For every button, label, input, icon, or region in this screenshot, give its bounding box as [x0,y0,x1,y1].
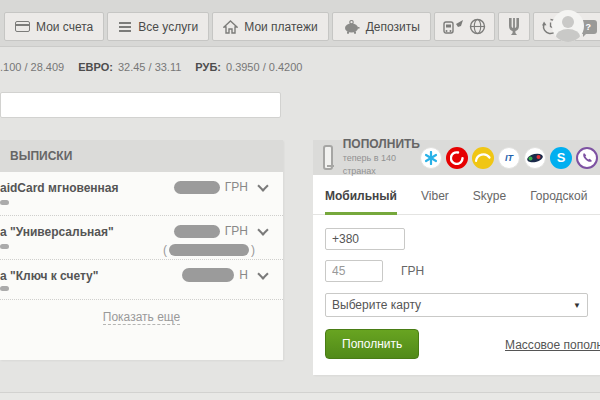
chevron-down-icon[interactable] [257,268,268,279]
operator-logos: IT S [420,147,598,169]
card-list: aidCard мгновенная ГРН а "Универсальная"… [0,172,283,324]
currency-label: Н [239,268,248,282]
tab-cityphone[interactable]: Городской [530,189,587,214]
statements-panel: ВЫПИСКИ aidCard мгновенная ГРН а "Универ… [0,140,283,360]
chevron-down-icon[interactable] [257,224,268,235]
top-navigation-bar: Мои счета Все услуги Мои платежи Депозит… [0,0,600,47]
menu-icon [118,21,132,33]
tab-deposits[interactable]: Депозиты [332,12,431,41]
avatar-head [562,16,574,28]
redacted-balance [174,181,220,194]
topup-panel: ПОПОЛНИТЬ теперь в 140 странах IT S [313,140,600,375]
mobile-phone-icon [323,145,333,170]
currency-rates-bar: .100 / 28.409ЕВРО:32.45 / 33.11РУБ:0.395… [0,61,302,73]
tab-my-payments[interactable]: Мои платежи [212,12,328,41]
card-select[interactable]: Выберите карту ▼ [325,293,588,317]
card-name: aidCard мгновенная [0,180,174,195]
amount-currency-label: ГРН [401,264,424,278]
redacted-card-number [0,286,9,291]
redacted-balance [182,268,234,282]
select-arrow-icon: ▼ [573,301,581,310]
topup-panel-header: ПОПОЛНИТЬ теперь в 140 странах IT S [313,140,600,175]
eur-rates: 32.45 / 33.11 [118,61,181,73]
travel-tickets-icon [443,18,465,36]
tab-label: Мои счета [36,20,93,34]
home-icon [223,20,238,34]
currency-label: ГРН [225,180,248,194]
tab-label: Все услуги [138,20,198,34]
phone-number-input[interactable] [325,228,405,250]
redacted-balance [174,225,220,238]
search-input[interactable] [0,92,281,118]
card-name: а "Универсальная" [0,224,174,239]
statements-title: ВЫПИСКИ [10,149,72,163]
footer-edge [0,392,600,400]
show-more-link[interactable]: Показать еще [103,310,180,325]
tab-label: Депозиты [366,20,420,34]
card-select-value: Выберите карту [332,298,421,312]
intertelecom-logo: IT [498,147,520,169]
user-avatar[interactable] [552,10,584,42]
redacted-card-number [0,244,9,249]
topup-submit-button[interactable]: Пополнить [325,329,419,359]
tab-mobile[interactable]: Мобильный [325,189,397,215]
travel-tickets-button[interactable] [434,12,495,41]
tab-my-accounts[interactable]: Мои счета [4,12,104,41]
bulk-topup-link[interactable]: Массовое пополнение [505,338,600,352]
card-row[interactable]: а "Универсальная" ГРН () [0,216,283,260]
lifecell-logo [472,147,494,169]
tab-label: Мои платежи [244,20,317,34]
card-row[interactable]: а "Ключ к счету" Н [0,260,283,300]
tab-viber[interactable]: Viber [421,189,449,214]
redacted-secondary-balance: () [163,243,255,257]
vodafone-logo [446,147,468,169]
usd-rates: .100 / 28.409 [0,61,64,73]
topup-tabs: Мобильный Viber Skype Городской [313,175,600,215]
topup-subtitle: теперь в 140 странах [343,153,396,176]
card-row[interactable]: aidCard мгновенная ГРН [0,172,283,216]
tab-all-services[interactable]: Все услуги [107,12,209,41]
rub-label: РУБ: [195,61,221,73]
globe-icon [469,18,486,35]
rub-rates: 0.3950 / 0.4200 [226,61,302,73]
amount-input[interactable] [325,260,383,282]
trimob-logo [524,147,546,169]
trident-icon [507,17,521,36]
skype-logo: S [550,147,572,169]
nav-tabs: Мои счета Все услуги Мои платежи Депозит… [4,12,600,41]
tab-skype[interactable]: Skype [473,189,506,214]
chevron-down-icon[interactable] [257,180,268,191]
viber-logo [576,147,598,169]
card-icon [15,21,30,32]
state-services-button[interactable] [498,12,530,41]
redacted-card-number [0,200,9,205]
currency-label: ГРН [225,224,248,238]
card-name: а "Ключ к счету" [0,268,182,283]
statements-panel-header: ВЫПИСКИ [0,140,283,172]
topup-title: ПОПОЛНИТЬ [343,137,420,151]
piggy-bank-icon [343,20,360,34]
kyivstar-logo [420,147,442,169]
show-more-row: Показать еще [0,310,283,324]
eur-label: ЕВРО: [78,61,113,73]
